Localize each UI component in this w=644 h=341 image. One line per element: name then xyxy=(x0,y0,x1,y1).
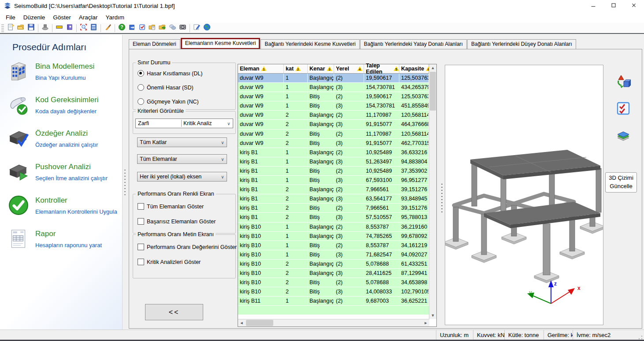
sidebar-splitter[interactable] xyxy=(123,35,128,330)
table-row[interactable]: duvar W91Başlangıç(2)19,590617125,503763 xyxy=(238,74,436,83)
table-row[interactable]: kiriş B102Başlangıç(3)28,41162587,129941 xyxy=(238,269,436,278)
menu-göster[interactable]: Göster xyxy=(49,13,75,22)
close-button[interactable] xyxy=(624,0,644,11)
sidebar-item--zde-er-analizi[interactable]: Özdeğer AnaliziÖzdeğer analizini çalıştı… xyxy=(8,127,119,149)
checklist-button[interactable] xyxy=(616,101,631,116)
table-row[interactable]: kiriş B12Başlangıç(3)63,56417793,848945 xyxy=(238,194,436,204)
section-button[interactable] xyxy=(54,23,64,33)
scroll-right-icon[interactable]: ► xyxy=(422,319,429,326)
table-row[interactable]: kiriş B12Bitiş(2)7,96656139,151276 xyxy=(238,204,436,213)
preview-magnifier-button[interactable] xyxy=(78,23,89,33)
transform-cube-button[interactable] xyxy=(616,74,631,89)
table-row[interactable]: kiriş B11Bitiş(2)10,92548937,353902 xyxy=(238,167,436,176)
vertical-scrollbar[interactable]: ▲ ▼ xyxy=(429,64,436,319)
stamp-settings-button[interactable] xyxy=(40,23,50,33)
table-row[interactable]: kiriş B101Başlangıç(2)8,55378736,219160 xyxy=(238,222,436,232)
calculator-button[interactable] xyxy=(89,23,99,33)
filter-dropdown-1[interactable]: Tüm Katlar∨ xyxy=(137,137,227,147)
table-row[interactable]: kiriş B11Başlangıç(3)51,26349794,883804 xyxy=(238,157,436,167)
checkbox-t-m-elemanlar-g-ster[interactable]: Tüm Elemanları Göster xyxy=(138,203,204,210)
table-row[interactable]: duvar W91Bitiş(2)19,590617125,503763 xyxy=(238,92,436,101)
scroll-up-icon[interactable]: ▲ xyxy=(429,64,436,71)
sidebar-item-kod-gereksinimleri[interactable]: Kod GereksinimleriKoda dayalı değişkenle… xyxy=(8,94,119,116)
table-row[interactable]: duvar W91Başlangıç(3)154,730781434,26537… xyxy=(238,83,436,92)
table-row[interactable]: duvar W92Başlangıç(3)91,915077464,376668 xyxy=(238,120,436,129)
menu-yardım[interactable]: Yardım xyxy=(102,13,129,22)
maximize-button[interactable] xyxy=(603,0,624,11)
checkbox-performans-oran-de-erlerini-g-ster[interactable]: Performans Oranı Değerlerini Göster xyxy=(138,244,237,250)
table-cell: 91,915077 xyxy=(364,120,399,129)
3d-model-viewport[interactable]: z x y xyxy=(445,65,603,325)
tab-4[interactable]: Bağlantı Yerlerindeki Yatay Donatı Alanl… xyxy=(360,39,467,49)
filter-dropdown-3[interactable]: Her iki yerel (lokal) eksen∨ xyxy=(137,172,227,182)
table-row[interactable]: kiriş B12Başlangıç(2)7,96656139,151276 xyxy=(238,185,436,194)
column-header-kapasite[interactable]: Kapasite6 xyxy=(399,64,429,73)
tab-2[interactable]: Elemanların Kesme Kuvvetleri xyxy=(181,38,261,49)
resize-grip-icon[interactable] xyxy=(638,335,643,340)
table-row[interactable]: duvar W92Bitiş(3)91,915077462,770315 xyxy=(238,139,436,148)
dictionary-button[interactable] xyxy=(64,23,74,33)
checkbox-ba-ar-s-z-elemanlar-g-ster[interactable]: Başarısız Elemanları Göster xyxy=(138,218,216,225)
menu-düzenle[interactable]: Düzenle xyxy=(19,13,49,22)
table-row[interactable]: kiriş B11Bitiş(3)67,59310096,951277 xyxy=(238,176,436,185)
table-row[interactable]: kiriş B11Başlangıç(2)10,92548936,633216 xyxy=(238,148,436,157)
bookmark-check-button[interactable] xyxy=(137,23,147,33)
new-file-button[interactable] xyxy=(6,23,16,33)
book-forward-button[interactable] xyxy=(127,23,137,33)
table-row[interactable]: kiriş B102Bitiş(2)5,07868834,653898 xyxy=(238,278,436,287)
comments-button[interactable] xyxy=(168,23,178,33)
table-row[interactable]: duvar W92Başlangıç(2)11,170987120,568114 xyxy=(238,111,436,120)
sidebar-item-rapor[interactable]: RaporHesapların raporunu yarat xyxy=(8,228,119,250)
filter-dropdown-2[interactable]: Tüm Elemanlar∨ xyxy=(137,154,227,164)
compose-button[interactable] xyxy=(192,23,202,33)
sidebar-item-bina-modellemesi[interactable]: Bina ModellemesiBina Yapı Kurulumu xyxy=(8,60,119,82)
criteria-combobox[interactable]: Zarfi Kritik Analiz ∨ xyxy=(135,119,233,128)
horizontal-scroll-thumb[interactable] xyxy=(246,320,273,326)
table-row[interactable]: kiriş B101Bitiş(2)8,55378734,161219 xyxy=(238,241,436,250)
globe-button[interactable] xyxy=(202,23,212,33)
folder-export-button[interactable] xyxy=(157,23,168,33)
table-row[interactable]: kiriş B102Başlangıç(2)5,07868861,433251 xyxy=(238,259,436,269)
brush-button[interactable] xyxy=(103,23,113,33)
film-button[interactable] xyxy=(178,23,188,33)
sidebar-item-pushover-analizi[interactable]: Pushover AnaliziSeçilen İtme analizini ç… xyxy=(8,161,119,183)
scroll-down-icon[interactable]: ▼ xyxy=(429,312,436,319)
table-row[interactable]: kiriş B101Başlangıç(3)74,78526599,678092 xyxy=(238,232,436,241)
sidebar-title: Prosedür Adımları xyxy=(12,42,86,52)
folder-paste-button[interactable] xyxy=(147,23,157,33)
table-cell: kiriş B1 xyxy=(238,194,284,203)
radio--nemli-hasar-sd-[interactable]: Önemli Hasar (SD) xyxy=(138,84,194,91)
tab-1[interactable]: Eleman Dönmeleri xyxy=(129,39,180,49)
view-splitter[interactable] xyxy=(439,65,444,325)
help-button[interactable]: ? xyxy=(117,23,127,33)
table-row[interactable]: kiriş B101Bitiş(3)71,68254794,092027 xyxy=(238,250,436,259)
scroll-left-icon[interactable]: ◄ xyxy=(238,319,245,326)
open-project-button[interactable] xyxy=(16,23,26,33)
column-header-yerel[interactable]: Yerel4 xyxy=(334,64,364,73)
sidebar-item-kontroller[interactable]: KontrollerElemanların Kontrollerini Uygu… xyxy=(8,194,119,216)
table-row[interactable]: kiriş B111Başlangıç(2)9,68700336,625221 xyxy=(238,297,436,306)
layers-button[interactable] xyxy=(616,127,631,142)
column-header-eleman[interactable]: Eleman1 xyxy=(238,64,284,73)
vertical-scroll-thumb[interactable] xyxy=(430,72,436,111)
collapse-panel-button[interactable]: << xyxy=(145,304,203,320)
checkbox-kritik-analizleri-g-ster[interactable]: Kritik Analizleri Göster xyxy=(138,259,201,265)
tab-5[interactable]: Bağlantı Yerlerindeki Düşey Donatı Alanl… xyxy=(467,39,576,49)
radio-g-meye-yak-n-nc-[interactable]: Göçmeye Yakın (NC) xyxy=(138,98,199,105)
minimize-button[interactable] xyxy=(583,0,603,11)
menu-araçlar[interactable]: Araçlar xyxy=(75,13,102,22)
column-header-kat[interactable]: kat2 xyxy=(284,64,308,73)
update-3d-drawing-button[interactable]: 3D Çizimi Güncelle xyxy=(605,172,637,193)
menu-file[interactable]: File xyxy=(2,13,19,22)
table-row[interactable]: duvar W91Bitiş(3)154,730781451,855849 xyxy=(238,101,436,111)
tab-3[interactable]: Bağlantı Yerlerindeki Kesme Kuvvetleri xyxy=(261,39,359,49)
column-header-talep-edilen[interactable]: Talep Edilen5 xyxy=(364,64,399,73)
table-row[interactable]: kiriş B102Bitiş(3)14,008033102,790105 xyxy=(238,287,436,297)
table-row[interactable]: kiriş B12Bitiş(3)57,51055795,788013 xyxy=(238,213,436,222)
save-button[interactable] xyxy=(26,23,36,33)
radio-hasar-k-s-tlamas-dl-[interactable]: Hasar Kısıtlaması (DL) xyxy=(138,70,202,77)
chevron-down-icon[interactable]: ∨ xyxy=(225,121,233,126)
table-row[interactable]: duvar W92Bitiş(2)11,170987120,568114 xyxy=(238,130,436,139)
column-header-kenar[interactable]: Kenar3 xyxy=(308,64,334,73)
horizontal-scrollbar[interactable]: ◄ ► xyxy=(238,319,429,326)
